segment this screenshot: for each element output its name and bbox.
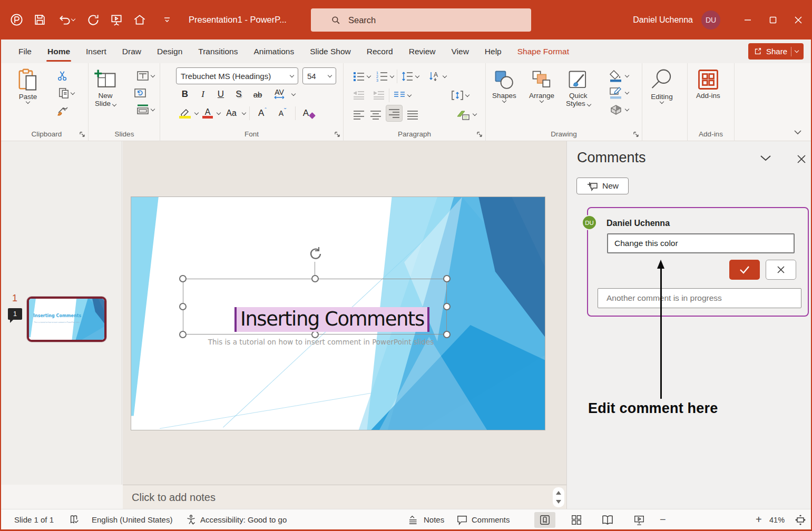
user-avatar[interactable]: DU	[701, 11, 720, 30]
resize-handle-e[interactable]	[443, 303, 451, 310]
align-right-button[interactable]	[386, 105, 403, 122]
scroll-up-icon[interactable]	[556, 488, 561, 495]
spell-check-icon[interactable]	[69, 509, 80, 530]
highlight-chevron[interactable]	[194, 110, 199, 114]
text-direction-button[interactable]: A	[428, 70, 442, 83]
zoom-in-button[interactable]: +	[756, 509, 762, 530]
paragraph-dialog-launcher[interactable]	[476, 131, 483, 137]
comments-toggle-button[interactable]: Comments	[456, 509, 510, 530]
font-dialog-launcher[interactable]	[334, 131, 340, 137]
tab-slide-show[interactable]: Slide Show	[302, 40, 359, 63]
smartart-chevron[interactable]	[473, 112, 477, 116]
line-spacing-chevron[interactable]	[415, 73, 419, 77]
format-painter-button[interactable]	[56, 104, 70, 117]
notes-placeholder[interactable]: Click to add notes	[132, 491, 216, 504]
undo-dropdown-chevron[interactable]	[71, 17, 75, 21]
align-text-button[interactable]	[451, 89, 464, 102]
zoom-out-button[interactable]: −	[660, 509, 666, 530]
scroll-down-icon[interactable]	[556, 500, 561, 506]
resize-handle-n[interactable]	[311, 275, 319, 282]
quick-styles-button[interactable]: QuickStyles	[566, 70, 591, 107]
tab-record[interactable]: Record	[359, 40, 401, 63]
comment-count-badge[interactable]: 1	[8, 308, 22, 320]
notes-pane[interactable]: Click to add notes	[123, 485, 566, 509]
font-color-chevron[interactable]	[217, 110, 221, 114]
slide-canvas[interactable]: Inserting Comments This is a tutorial on…	[123, 141, 566, 485]
language-indicator[interactable]: English (United States)	[92, 509, 172, 530]
numbering-chevron[interactable]	[390, 73, 394, 77]
underline-button[interactable]: U	[213, 87, 229, 101]
save-icon[interactable]	[32, 12, 47, 28]
accessibility-status[interactable]: Accessibility: Good to go	[185, 509, 287, 530]
highlight-color-button[interactable]	[177, 107, 193, 120]
resize-handle-s[interactable]	[311, 331, 319, 338]
tab-draw[interactable]: Draw	[114, 40, 149, 63]
resize-handle-nw[interactable]	[179, 275, 187, 282]
align-left-button[interactable]	[352, 109, 366, 121]
decrease-indent-button[interactable]	[352, 89, 366, 102]
arrange-button[interactable]: Arrange	[529, 70, 554, 102]
text-direction-chevron[interactable]	[443, 73, 447, 77]
paste-button[interactable]: Paste	[18, 68, 38, 103]
increase-font-size-button[interactable]: Aˆ	[253, 106, 271, 120]
convert-to-smartart-button[interactable]	[456, 109, 470, 121]
cut-button[interactable]	[56, 70, 70, 82]
resize-handle-se[interactable]	[443, 331, 451, 338]
share-button[interactable]: Share	[748, 43, 804, 60]
editing-button[interactable]: Editing	[650, 67, 674, 103]
section-chevron[interactable]	[151, 106, 155, 111]
font-name-combobox[interactable]: Trebuchet MS (Headings)	[176, 67, 298, 84]
notes-scrollbar[interactable]	[553, 487, 564, 507]
tab-help[interactable]: Help	[477, 40, 510, 63]
slide-sorter-view-button[interactable]	[566, 512, 587, 528]
slideshow-view-button[interactable]	[629, 512, 650, 528]
quick-access-toolbar-chevron[interactable]	[159, 12, 175, 28]
increase-indent-button[interactable]	[372, 89, 386, 102]
notes-toggle-button[interactable]: Notes	[408, 509, 444, 530]
shape-effects-button[interactable]	[605, 103, 632, 116]
layout-chevron[interactable]	[151, 73, 155, 77]
normal-view-button[interactable]	[534, 512, 555, 528]
comments-collapse-chevron[interactable]	[759, 154, 772, 162]
fit-slide-to-window-button[interactable]	[794, 509, 807, 530]
slide-subtitle-text[interactable]: This is a tutorial on how to insert comm…	[189, 338, 453, 346]
start-slideshow-icon[interactable]	[109, 12, 124, 28]
font-size-combobox[interactable]: 54	[302, 67, 336, 84]
resize-handle-w[interactable]	[179, 303, 187, 310]
shapes-button[interactable]: Shapes	[492, 70, 516, 102]
tab-home[interactable]: Home	[40, 40, 78, 63]
new-slide-chevron[interactable]	[112, 102, 116, 106]
copy-chevron[interactable]	[71, 90, 75, 94]
font-effects-chevron[interactable]	[291, 91, 296, 95]
slide-thumbnail[interactable]: Inserting Comments This is a tutorial on…	[27, 297, 106, 342]
tab-shape-format[interactable]: Shape Format	[510, 40, 577, 63]
new-comment-button[interactable]: New	[576, 178, 629, 194]
undo-icon[interactable]	[55, 12, 78, 28]
tab-insert[interactable]: Insert	[78, 40, 114, 63]
italic-button[interactable]: I	[195, 87, 211, 101]
section-button[interactable]	[133, 103, 158, 116]
addins-button[interactable]: Add-ins	[696, 68, 720, 100]
close-button[interactable]	[786, 0, 811, 40]
shape-outline-chevron[interactable]	[624, 90, 629, 94]
clipboard-dialog-launcher[interactable]	[79, 131, 85, 137]
powerpoint-app-icon[interactable]	[8, 12, 24, 28]
font-color-button[interactable]: A	[200, 107, 215, 120]
numbering-button[interactable]: 123	[375, 70, 389, 83]
cancel-comment-button[interactable]	[766, 260, 796, 280]
character-spacing-button[interactable]: AV	[269, 87, 290, 101]
align-center-button[interactable]	[369, 109, 383, 121]
share-chevron[interactable]	[795, 48, 799, 53]
resize-handle-sw[interactable]	[179, 331, 187, 338]
zoom-level[interactable]: 41%	[769, 509, 785, 530]
slide-title-text[interactable]: Inserting Comments	[234, 307, 429, 332]
text-shadow-button[interactable]: S	[231, 87, 247, 101]
change-case-button[interactable]: Aa	[222, 106, 240, 120]
redo-icon[interactable]	[85, 12, 101, 28]
post-comment-button[interactable]	[729, 260, 760, 280]
columns-button[interactable]	[393, 89, 406, 102]
resize-handle-ne[interactable]	[443, 275, 451, 282]
shape-fill-button[interactable]	[605, 70, 632, 82]
copy-button[interactable]	[56, 87, 77, 100]
shape-effects-chevron[interactable]	[624, 106, 629, 111]
